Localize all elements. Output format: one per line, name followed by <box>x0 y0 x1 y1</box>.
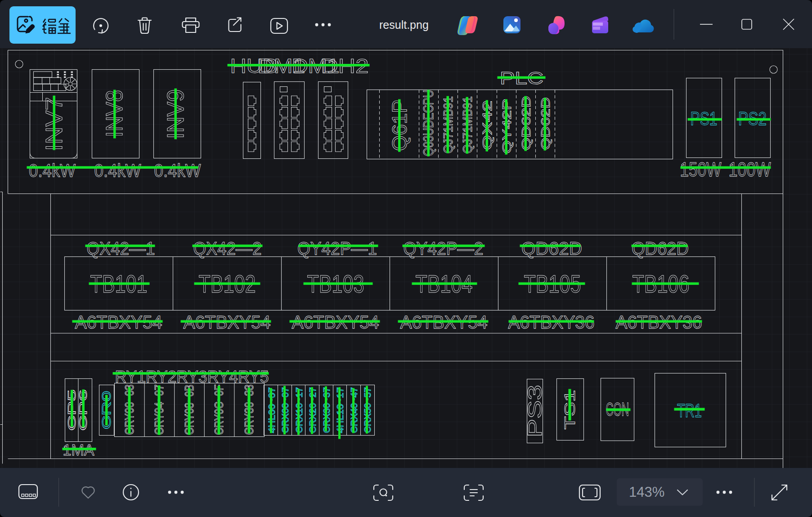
svg-text:RY1RY2RY3RY4RY5: RY1RY2RY3RY4RY5 <box>115 368 269 386</box>
svg-text:0.4kW: 0.4kW <box>154 161 201 180</box>
svg-text:QD62D: QD62D <box>521 238 582 259</box>
svg-text:QD62D: QD62D <box>632 238 689 259</box>
svg-text:0.4kW: 0.4kW <box>94 161 141 180</box>
svg-text:QX42—1: QX42—1 <box>87 238 155 259</box>
svg-text:QX42—2: QX42—2 <box>193 238 262 259</box>
svg-text:QY42P—1: QY42P—1 <box>297 238 377 259</box>
svg-text:150W: 150W <box>680 158 722 181</box>
svg-text:QY42P—2: QY42P—2 <box>404 238 484 259</box>
svg-text:100W: 100W <box>729 158 771 181</box>
svg-text:143%: 143% <box>629 484 664 500</box>
svg-text:result.png: result.png <box>379 18 429 31</box>
svg-text:PS3: PS3 <box>524 385 546 437</box>
svg-text:0.4kW: 0.4kW <box>29 161 76 180</box>
